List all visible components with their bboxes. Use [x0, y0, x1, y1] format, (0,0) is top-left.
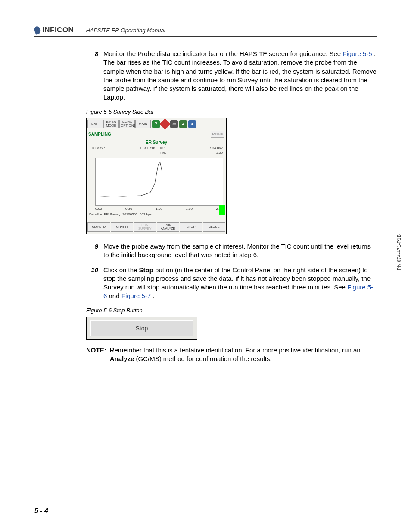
step-number: 8 — [86, 50, 98, 102]
details-button[interactable]: Details — [211, 131, 224, 138]
note-label: NOTE: — [86, 346, 106, 364]
figure-link-5-7[interactable]: Figure 5-7 — [121, 292, 151, 299]
chart-x-axis: 0:00 0:30 1:00 1:30 2:00 — [87, 207, 226, 212]
run-analyze-button[interactable]: RUN ANALYZE — [157, 222, 180, 232]
step-9: 9 Move the probe away from the sample of… — [86, 242, 377, 260]
status-tree-icon[interactable]: ▲ — [179, 120, 187, 128]
figure-5-5-screenshot: EXIT EMER MODE CONC OPTIONS MAIN ? ▭ ▲ ●… — [86, 118, 227, 234]
step-number: 10 — [86, 266, 98, 301]
sampling-status: SAMPLING — [88, 131, 111, 137]
ipn-side-text: IPN 074-471-P1B — [396, 234, 402, 271]
stop-button[interactable]: Stop — [90, 320, 193, 336]
help-icon[interactable]: ? — [152, 120, 160, 128]
brand-logo: INFICON — [34, 26, 74, 34]
conc-options-button[interactable]: CONC OPTIONS — [119, 120, 135, 128]
note-block: NOTE: Remember that this is a tentative … — [86, 346, 377, 364]
datafile-label: DataFile: ER Survey_20100302_002.hps — [87, 212, 226, 218]
step-8: 8 Monitor the Probe distance indicator b… — [86, 50, 377, 102]
analyze-bold: Analyze — [110, 355, 134, 362]
close-button[interactable]: CLOSE — [203, 222, 226, 232]
page-footer: 5 - 4 — [34, 504, 377, 515]
battery-icon[interactable]: ▭ — [170, 120, 178, 128]
tic-max-label: TIC Max : — [90, 146, 105, 150]
graph-button[interactable]: GRAPH — [111, 222, 134, 232]
globe-icon[interactable]: ● — [188, 120, 196, 128]
figure-5-6-screenshot: Stop — [86, 317, 197, 340]
tic-chart — [95, 158, 223, 206]
stop-bold: Stop — [139, 266, 153, 274]
step-body: Monitor the Probe distance indicator bar… — [103, 50, 377, 102]
survey-top-toolbar: EXIT EMER MODE CONC OPTIONS MAIN ? ▭ ▲ ● — [87, 118, 226, 130]
figure-link-5-5[interactable]: Figure 5-5 — [342, 50, 372, 57]
page-header: INFICON HAPSITE ER Operating Manual — [34, 26, 377, 37]
cmpd-id-button[interactable]: CMPD ID — [87, 222, 110, 232]
stop-button-small[interactable]: STOP — [180, 222, 202, 232]
er-survey-title: ER Survey — [87, 140, 226, 146]
run-survey-button[interactable]: RUN SURVEY — [134, 222, 156, 232]
figure-5-5-caption: Figure 5-5 Survey Side Bar — [86, 108, 377, 116]
chart-line-svg — [96, 158, 223, 205]
survey-bottom-toolbar: CMPD ID GRAPH RUN SURVEY RUN ANALYZE STO… — [87, 221, 226, 233]
info-diamond-icon[interactable] — [159, 118, 170, 129]
step-body: Click on the Stop button (in the center … — [103, 266, 377, 301]
exit-button[interactable]: EXIT — [87, 120, 103, 128]
figure-5-6-caption: Figure 5-6 Stop Button — [86, 307, 377, 314]
droplet-icon — [33, 25, 41, 35]
manual-title: HAPSITE ER Operating Manual — [86, 27, 165, 34]
note-body: Remember that this is a tentative identi… — [110, 346, 377, 364]
time-label: Time: — [158, 151, 166, 155]
main-button[interactable]: MAIN — [135, 120, 151, 128]
step-number: 9 — [86, 242, 98, 260]
brand-text: INFICON — [42, 26, 74, 34]
probe-distance-indicator-bar — [219, 205, 225, 215]
emer-mode-button[interactable]: EMER MODE — [103, 120, 119, 128]
step-body: Move the probe away from the sample of i… — [103, 242, 377, 260]
page-number: 5 - 4 — [34, 507, 48, 514]
tic-label: TIC : — [158, 146, 165, 150]
tic-value: 934,862 — [210, 146, 223, 150]
tic-max-value: 1,047,716 — [140, 146, 155, 150]
step-10: 10 Click on the Stop button (in the cent… — [86, 266, 377, 301]
time-value: 1:00 — [216, 151, 223, 155]
